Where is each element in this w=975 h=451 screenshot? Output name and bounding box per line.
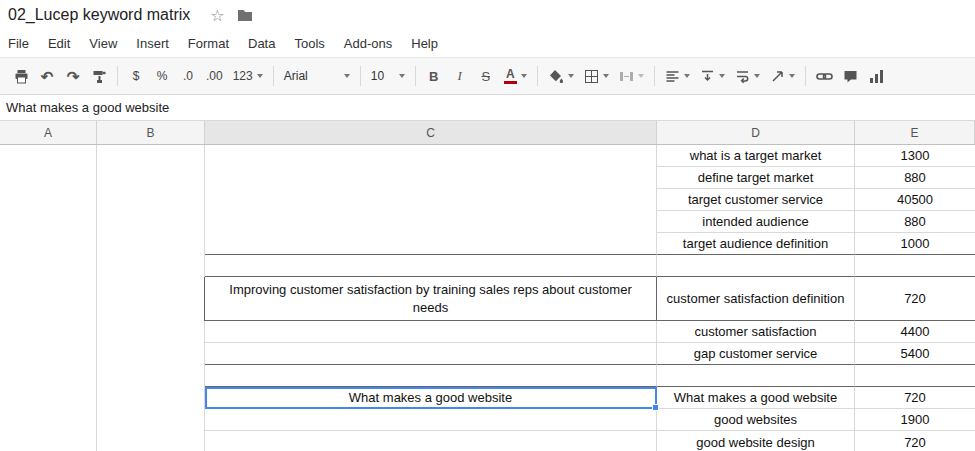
cell-e[interactable]: 720 xyxy=(855,387,975,409)
paint-format-button[interactable] xyxy=(87,64,111,88)
fill-color-button[interactable] xyxy=(544,64,578,88)
italic-button[interactable]: I xyxy=(448,64,472,88)
redo-button[interactable]: ↷ xyxy=(61,64,85,88)
cell-c[interactable] xyxy=(205,211,657,233)
vertical-align-button[interactable] xyxy=(696,64,729,88)
font-size-select[interactable]: 10 xyxy=(367,64,409,88)
text-color-button[interactable]: A xyxy=(500,64,531,88)
cell-d[interactable]: target audience definition xyxy=(657,233,855,255)
cell-c[interactable] xyxy=(205,233,657,255)
cell-b[interactable] xyxy=(97,321,205,343)
cell-d[interactable]: customer satisfaction definition xyxy=(657,277,855,321)
cell-e[interactable]: 5400 xyxy=(855,343,975,365)
cell-e[interactable]: 1300 xyxy=(855,145,975,167)
borders-button[interactable] xyxy=(580,64,613,88)
horizontal-align-button[interactable] xyxy=(661,64,694,88)
cell-a[interactable] xyxy=(0,343,97,365)
menu-help[interactable]: Help xyxy=(411,36,438,51)
cell-a[interactable] xyxy=(0,211,97,233)
column-header-d[interactable]: D xyxy=(657,121,855,144)
cell-d[interactable]: intended audience xyxy=(657,211,855,233)
column-header-c[interactable]: C xyxy=(205,121,657,144)
cell-e[interactable]: 1000 xyxy=(855,233,975,255)
more-formats-button[interactable]: 123 xyxy=(229,64,267,88)
cell-d[interactable]: good websites xyxy=(657,409,855,431)
increase-decimal-button[interactable]: .00 xyxy=(202,64,227,88)
selected-cell[interactable]: What makes a good website xyxy=(205,387,657,409)
cell-e[interactable]: 1900 xyxy=(855,409,975,431)
move-to-folder-button[interactable] xyxy=(237,8,253,22)
document-title[interactable]: 02_Lucep keyword matrix xyxy=(8,6,190,24)
cell-e[interactable]: 720 xyxy=(855,431,975,451)
menu-file[interactable]: File xyxy=(8,36,29,51)
font-family-select[interactable]: Arial xyxy=(280,64,354,88)
cell-b[interactable] xyxy=(97,211,205,233)
cell-b[interactable] xyxy=(97,409,205,431)
cell-d[interactable] xyxy=(657,255,855,277)
cell-b[interactable] xyxy=(97,387,205,409)
cell-a[interactable] xyxy=(0,431,97,451)
cell-e[interactable]: 880 xyxy=(855,167,975,189)
cell-c[interactable] xyxy=(205,167,657,189)
cell-a[interactable] xyxy=(0,321,97,343)
cell-d[interactable]: gap customer service xyxy=(657,343,855,365)
cell-e[interactable]: 720 xyxy=(855,277,975,321)
cell-d[interactable]: What makes a good website xyxy=(657,387,855,409)
menu-addons[interactable]: Add-ons xyxy=(344,36,392,51)
menu-format[interactable]: Format xyxy=(188,36,229,51)
text-rotation-button[interactable] xyxy=(766,64,799,88)
cell-a[interactable] xyxy=(0,167,97,189)
cell-a[interactable] xyxy=(0,365,97,387)
print-button[interactable] xyxy=(9,64,33,88)
cell-e[interactable]: 40500 xyxy=(855,189,975,211)
cell-e[interactable] xyxy=(855,365,975,387)
cell-b[interactable] xyxy=(97,255,205,277)
cell-b[interactable] xyxy=(97,167,205,189)
undo-button[interactable]: ↶ xyxy=(35,64,59,88)
column-header-a[interactable]: A xyxy=(0,121,97,144)
cell-c[interactable] xyxy=(205,431,657,451)
cell-b[interactable] xyxy=(97,189,205,211)
formula-bar[interactable]: What makes a good website xyxy=(0,95,975,121)
cell-a[interactable] xyxy=(0,255,97,277)
menu-edit[interactable]: Edit xyxy=(48,36,70,51)
currency-format-button[interactable]: $ xyxy=(124,64,148,88)
cell-b[interactable] xyxy=(97,343,205,365)
cell-b[interactable] xyxy=(97,365,205,387)
cell-b[interactable] xyxy=(97,145,205,167)
cell-c[interactable] xyxy=(205,343,657,365)
cell-a[interactable] xyxy=(0,233,97,255)
insert-link-button[interactable] xyxy=(812,64,837,88)
cell-d[interactable] xyxy=(657,365,855,387)
column-header-b[interactable]: B xyxy=(97,121,205,144)
insert-chart-button[interactable] xyxy=(865,64,889,88)
cell-e[interactable]: 880 xyxy=(855,211,975,233)
percent-format-button[interactable]: % xyxy=(150,64,174,88)
text-wrap-button[interactable] xyxy=(731,64,764,88)
cell-b[interactable] xyxy=(97,431,205,451)
merge-cells-button[interactable] xyxy=(615,64,648,88)
cell-c[interactable] xyxy=(205,189,657,211)
strikethrough-button[interactable]: S xyxy=(474,64,498,88)
cell-c[interactable] xyxy=(205,409,657,431)
cell-d[interactable]: define target market xyxy=(657,167,855,189)
menu-data[interactable]: Data xyxy=(248,36,275,51)
column-header-e[interactable]: E xyxy=(855,121,975,144)
cell-d[interactable]: customer satisfaction xyxy=(657,321,855,343)
cell-d[interactable]: what is a target market xyxy=(657,145,855,167)
menu-insert[interactable]: Insert xyxy=(136,36,169,51)
star-icon[interactable]: ☆ xyxy=(210,6,224,25)
cell-a[interactable] xyxy=(0,387,97,409)
cell-c[interactable] xyxy=(205,321,657,343)
cell-c[interactable] xyxy=(205,145,657,167)
cell-d[interactable]: target customer service xyxy=(657,189,855,211)
cell-a[interactable] xyxy=(0,145,97,167)
cell-b[interactable] xyxy=(97,277,205,321)
cell-c[interactable] xyxy=(205,255,657,277)
cell-c[interactable]: Improving customer satisfaction by train… xyxy=(205,277,657,321)
cell-c[interactable] xyxy=(205,365,657,387)
decrease-decimal-button[interactable]: .0 xyxy=(176,64,200,88)
cell-a[interactable] xyxy=(0,409,97,431)
cell-a[interactable] xyxy=(0,277,97,321)
cell-a[interactable] xyxy=(0,189,97,211)
